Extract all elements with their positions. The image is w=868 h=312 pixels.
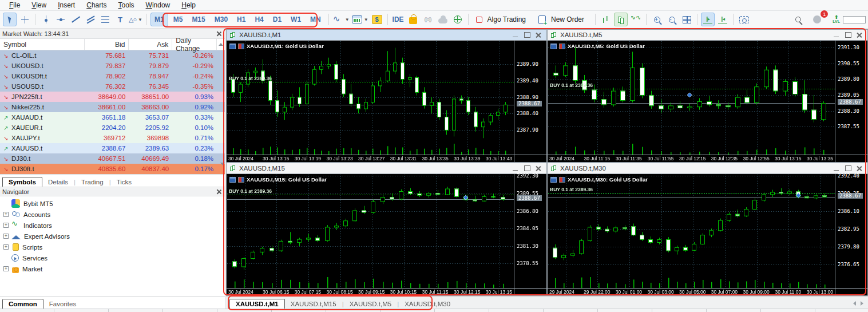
- tile-windows-button[interactable]: [680, 13, 693, 26]
- chart-window-titlebar[interactable]: XAUUSD.t,M30: [548, 163, 867, 174]
- cursor-tool-button[interactable]: [3, 13, 17, 26]
- time-scale[interactable]: 29 Jul 202429 Jul 22:0030 Jul 01:0030 Ju…: [548, 288, 867, 295]
- expand-icon[interactable]: +: [3, 212, 9, 217]
- chart-window-titlebar[interactable]: XAUUSD.t,M5: [548, 30, 867, 41]
- menu-charts[interactable]: Charts: [81, 0, 112, 10]
- market-store-button[interactable]: [406, 13, 420, 26]
- bar-chart-button[interactable]: [599, 13, 613, 26]
- chart-tab-xauusd-t-m5[interactable]: XAUUSD.t,M5: [344, 299, 398, 309]
- screenshot-button[interactable]: [737, 13, 751, 26]
- new-order-button[interactable]: New Order: [534, 13, 592, 26]
- line-chart-button[interactable]: [629, 13, 643, 26]
- close-icon[interactable]: [857, 165, 862, 171]
- chart-window-titlebar[interactable]: XAUUSD.t,M1: [227, 30, 546, 41]
- tree-item-services[interactable]: Services: [3, 252, 225, 263]
- menu-help[interactable]: Help: [176, 0, 201, 10]
- expand-icon[interactable]: +: [3, 223, 9, 228]
- one-click-trading-icon[interactable]: [559, 44, 565, 49]
- one-click-trading-icon[interactable]: [238, 44, 244, 49]
- market-depth-icon[interactable]: [550, 177, 557, 183]
- scroll-right-icon[interactable]: [861, 301, 863, 306]
- close-icon[interactable]: [536, 165, 541, 171]
- chart-canvas[interactable]: [227, 41, 514, 155]
- timeframe-m1[interactable]: M1: [150, 13, 168, 26]
- chart-window-xauusd-t-m1[interactable]: XAUUSD.t,M12389.902389.402388.902388.402…: [226, 29, 547, 163]
- maximize-icon[interactable]: [845, 32, 851, 38]
- minimize-icon[interactable]: [834, 32, 839, 38]
- signals-button[interactable]: ((o)): [421, 13, 435, 26]
- menu-file[interactable]: File: [3, 0, 26, 10]
- table-row-xaujpy-t[interactable]: ↘XAUJPY.t3697123698980.71%: [0, 133, 225, 143]
- shapes-button[interactable]: △○▼: [128, 13, 143, 26]
- expand-icon[interactable]: +: [3, 234, 9, 239]
- auto-scroll-button[interactable]: ||▸: [701, 13, 715, 26]
- chart-window-xauusd-t-m30[interactable]: XAUUSD.t,M302392.402389.252386.102382.95…: [547, 163, 868, 296]
- chart-tab-xauusd-t-m15[interactable]: XAUUSD.t,M15: [285, 299, 342, 309]
- tab-favorites[interactable]: Favorites: [43, 299, 82, 309]
- menu-tools[interactable]: Tools: [113, 0, 140, 10]
- tree-item-indicators[interactable]: +Indicators: [3, 220, 225, 231]
- timeframe-m15[interactable]: M15: [188, 13, 209, 26]
- one-click-trading-icon[interactable]: [238, 177, 244, 183]
- table-row-xaueur-t[interactable]: ↗XAUEUR.t2204.202205.920.10%: [0, 123, 225, 133]
- time-scale[interactable]: 30 Jul 202430 Jul 11:1530 Jul 11:3530 Ju…: [548, 155, 867, 162]
- column-header-symbol[interactable]: Symbol: [0, 39, 85, 50]
- menu-window[interactable]: Window: [140, 0, 176, 10]
- trendline-button[interactable]: [69, 13, 82, 26]
- maximize-icon[interactable]: [524, 165, 530, 171]
- tree-item-scripts[interactable]: +Scripts: [3, 242, 225, 252]
- crosshair-tool-button[interactable]: [18, 13, 31, 26]
- horizontal-line-button[interactable]: [54, 13, 68, 26]
- tree-item-expert-advisors[interactable]: +Expert Advisors: [3, 231, 225, 242]
- close-icon[interactable]: [216, 30, 223, 37]
- scroll-up-button[interactable]: [217, 39, 225, 50]
- tree-item-accounts[interactable]: +Accounts: [3, 209, 225, 220]
- column-header-bid[interactable]: Bid: [85, 39, 129, 50]
- market-depth-icon[interactable]: [229, 44, 236, 49]
- chart-window-titlebar[interactable]: XAUUSD.t,M15: [227, 163, 546, 174]
- vps-cloud-button[interactable]: [436, 13, 450, 26]
- table-row-ukousdft-t[interactable]: ↘UKOUSDft.t78.90278.947-0.24%: [0, 71, 225, 81]
- column-header-ask[interactable]: Ask: [129, 39, 172, 50]
- table-row-usousd-t[interactable]: ↘USOUSD.t76.30276.345-0.35%: [0, 81, 225, 92]
- zoom-out-button[interactable]: -: [665, 13, 679, 26]
- table-row-ukousd-t[interactable]: ↘UKOUSD.t79.83779.879-0.29%: [0, 61, 225, 71]
- indicators-button[interactable]: ▼: [351, 13, 369, 26]
- scroll-left-icon[interactable]: [853, 301, 856, 306]
- table-row-xauaud-t[interactable]: ↗XAUAUD.t3651.183653.070.33%: [0, 112, 225, 123]
- candlestick-chart-button[interactable]: [614, 13, 628, 26]
- tab-trading[interactable]: Trading: [76, 177, 109, 187]
- table-row-xauusd-t[interactable]: ↗XAUUSD.t2388.672389.630.23%: [0, 143, 225, 153]
- algo-trading-button[interactable]: Algo Trading: [472, 13, 533, 26]
- chart-shift-button[interactable]: ||◂: [716, 13, 730, 26]
- table-row-dj30-t[interactable]: ↘DJ30.t40667.5140669.490.18%: [0, 153, 225, 164]
- expand-icon[interactable]: +: [3, 244, 9, 250]
- menu-view[interactable]: View: [26, 0, 52, 10]
- search-button[interactable]: [791, 13, 805, 26]
- chart-tab-xauusd-t-m30[interactable]: XAUUSD.t,M30: [399, 299, 456, 309]
- minimize-icon[interactable]: [513, 32, 518, 38]
- table-row-nikkei225-t[interactable]: ↘Nikkei225.t38661.0038663.000.92%: [0, 102, 225, 112]
- chart-window-xauusd-t-m5[interactable]: XAUUSD.t,M52391.302390.552389.802389.052…: [547, 29, 868, 163]
- close-icon[interactable]: [536, 32, 541, 38]
- maximize-icon[interactable]: [845, 165, 851, 171]
- close-icon[interactable]: [216, 188, 223, 195]
- market-depth-icon[interactable]: [550, 44, 557, 49]
- timeframe-m30[interactable]: M30: [211, 13, 232, 26]
- table-row-dj30ft-t[interactable]: ↘DJ30ft.t40835.6040837.400.17%: [0, 164, 225, 174]
- expand-icon[interactable]: +: [3, 266, 9, 271]
- price-scale[interactable]: 2389.902389.402388.902388.402387.902388.…: [514, 41, 546, 162]
- tree-item-market[interactable]: +Market: [3, 263, 225, 274]
- timeframe-h1[interactable]: H1: [233, 13, 249, 26]
- price-scale[interactable]: 2391.302390.552389.802389.052388.302387.…: [835, 41, 867, 162]
- tab-symbols[interactable]: Symbols: [2, 177, 42, 187]
- tab-details[interactable]: Details: [42, 177, 74, 187]
- text-tool-button[interactable]: T: [113, 13, 127, 26]
- table-row-cl-oil-t[interactable]: ↘CL-OIL.t75.68175.731-0.26%: [0, 50, 225, 61]
- chart-window-xauusd-t-m15[interactable]: XAUUSD.t,M152392.302389.552386.802384.05…: [226, 163, 547, 296]
- chart-canvas[interactable]: [548, 41, 835, 155]
- tab-ticks[interactable]: Ticks: [111, 177, 137, 187]
- channel-button[interactable]: [84, 13, 97, 26]
- price-scale[interactable]: 2392.302389.552386.802384.052381.302378.…: [514, 174, 546, 295]
- timeframe-d1[interactable]: D1: [269, 13, 286, 26]
